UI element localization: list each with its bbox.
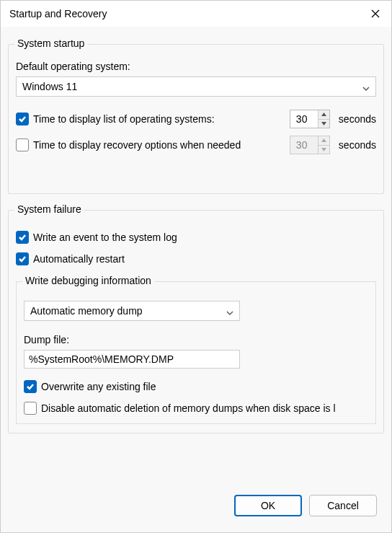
write-event-label: Write an event to the system log bbox=[33, 232, 376, 243]
check-icon bbox=[26, 382, 35, 391]
svg-marker-2 bbox=[321, 113, 326, 116]
svg-marker-3 bbox=[321, 122, 326, 125]
dialog-buttons: OK Cancel bbox=[8, 488, 384, 525]
system-startup-legend: System startup bbox=[14, 38, 87, 49]
time-os-list-spinner[interactable]: 30 bbox=[290, 110, 330, 128]
write-event-row: Write an event to the system log bbox=[16, 231, 376, 244]
overwrite-row: Overwrite any existing file bbox=[24, 380, 368, 393]
system-failure-legend: System failure bbox=[14, 203, 84, 215]
check-icon bbox=[18, 233, 27, 242]
cancel-button[interactable]: Cancel bbox=[309, 495, 377, 516]
chevron-down-icon bbox=[362, 83, 370, 90]
disable-auto-delete-row: Disable automatic deletion of memory dum… bbox=[24, 402, 368, 415]
time-os-list-label: Time to display list of operating system… bbox=[33, 113, 287, 125]
dialog-content: System startup Default operating system:… bbox=[1, 27, 391, 532]
spinner-up-button[interactable] bbox=[318, 110, 329, 120]
spinner-down-button bbox=[318, 146, 329, 154]
time-os-list-checkbox[interactable] bbox=[16, 113, 29, 125]
close-icon bbox=[371, 9, 380, 18]
ok-button-label: OK bbox=[261, 500, 275, 511]
dump-file-label: Dump file: bbox=[24, 334, 368, 345]
time-recovery-spinner: 30 bbox=[290, 136, 330, 154]
system-failure-group: System failure Write an event to the sys… bbox=[8, 210, 384, 433]
time-os-list-row: Time to display list of operating system… bbox=[16, 110, 376, 128]
debug-type-value: Automatic memory dump bbox=[30, 305, 143, 317]
window-title: Startup and Recovery bbox=[9, 8, 107, 19]
auto-restart-label: Automatically restart bbox=[33, 253, 376, 265]
debug-info-legend: Write debugging information bbox=[22, 275, 154, 286]
overwrite-checkbox[interactable] bbox=[24, 380, 37, 393]
ok-button[interactable]: OK bbox=[234, 495, 302, 516]
time-recovery-checkbox[interactable] bbox=[16, 138, 29, 151]
time-recovery-unit: seconds bbox=[339, 139, 376, 151]
auto-restart-row: Automatically restart bbox=[16, 252, 376, 265]
default-os-value: Windows 11 bbox=[22, 81, 77, 92]
spinner-down-button[interactable] bbox=[318, 120, 329, 128]
check-icon bbox=[18, 115, 27, 123]
startup-recovery-dialog: Startup and Recovery System startup Defa… bbox=[0, 0, 392, 533]
dump-file-input[interactable] bbox=[24, 350, 240, 369]
chevron-down-icon bbox=[226, 307, 233, 314]
spinner-buttons bbox=[318, 110, 329, 128]
time-os-list-value: 30 bbox=[290, 110, 318, 128]
check-icon bbox=[18, 255, 27, 263]
titlebar: Startup and Recovery bbox=[1, 1, 391, 27]
disable-auto-delete-checkbox[interactable] bbox=[24, 402, 37, 415]
cancel-button-label: Cancel bbox=[327, 500, 359, 511]
spinner-buttons bbox=[318, 136, 329, 154]
system-startup-group: System startup Default operating system:… bbox=[8, 44, 384, 194]
disable-auto-delete-label: Disable automatic deletion of memory dum… bbox=[41, 402, 368, 414]
debug-type-combo[interactable]: Automatic memory dump bbox=[24, 301, 240, 321]
overwrite-label: Overwrite any existing file bbox=[41, 381, 368, 392]
time-recovery-value: 30 bbox=[290, 136, 318, 154]
close-button[interactable] bbox=[368, 6, 383, 21]
time-os-list-unit: seconds bbox=[339, 113, 376, 125]
auto-restart-checkbox[interactable] bbox=[16, 252, 29, 265]
default-os-combo[interactable]: Windows 11 bbox=[16, 76, 376, 97]
time-recovery-label: Time to display recovery options when ne… bbox=[33, 139, 287, 151]
spinner-up-button bbox=[318, 136, 329, 146]
svg-marker-5 bbox=[321, 148, 326, 151]
default-os-label: Default operating system: bbox=[16, 61, 376, 72]
svg-marker-4 bbox=[321, 138, 326, 142]
write-event-checkbox[interactable] bbox=[16, 231, 29, 244]
time-recovery-row: Time to display recovery options when ne… bbox=[16, 136, 376, 154]
debug-info-group: Write debugging information Automatic me… bbox=[16, 281, 376, 424]
